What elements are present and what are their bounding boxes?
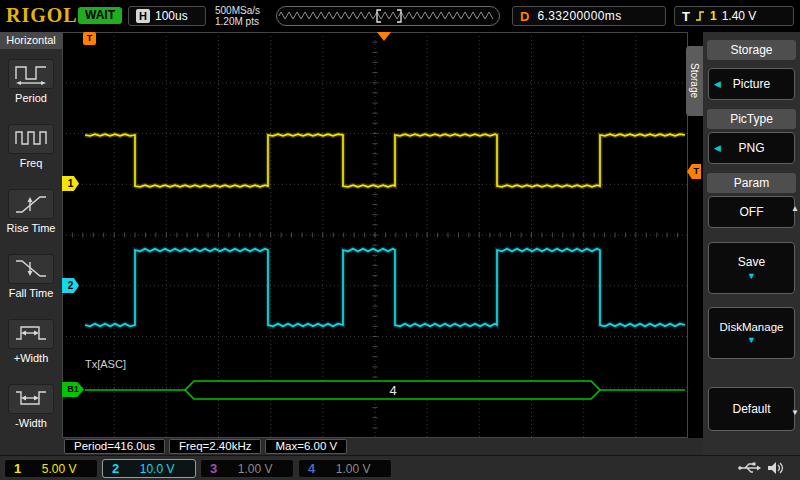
channel-scale: 10.0 V <box>128 462 186 476</box>
measure-item-minus-width[interactable]: -Width <box>0 374 62 439</box>
channel2-status[interactable]: 2 10.0 V <box>102 459 196 478</box>
measure-item-label: Period <box>15 92 47 104</box>
measure-item-freq[interactable]: Freq <box>0 114 62 179</box>
trigger-label: T <box>682 9 690 24</box>
delay-value: 6.33200000ms <box>537 9 621 23</box>
menu-button-label: Save <box>738 255 765 269</box>
measure-item-label: Fall Time <box>9 287 54 299</box>
waveform-display: 4Tx[ASC] <box>62 32 688 438</box>
menu-button-label: OFF <box>740 205 764 219</box>
minus-width-icon <box>8 384 54 414</box>
waveform-display-area: 4Tx[ASC] T 1 2 B1 <box>62 32 688 438</box>
measure-item-label: Rise Time <box>7 222 56 234</box>
channel-scale: 1.00 V <box>324 462 382 476</box>
acquisition-status-badge: WAIT <box>78 7 122 24</box>
preview-waveform-icon <box>277 7 499 25</box>
measure-item-rise-time[interactable]: Rise Time <box>0 179 62 244</box>
channel-number: 4 <box>308 461 315 476</box>
channel4-status[interactable]: 4 1.00 V <box>298 459 392 478</box>
menu-header-param: Param <box>707 173 796 193</box>
measure-item-plus-width[interactable]: +Width <box>0 309 62 374</box>
h-label: H <box>136 9 150 23</box>
waveform-position-preview[interactable] <box>276 6 500 26</box>
menu-button-label: DiskManage <box>720 321 784 333</box>
menu-tab-storage[interactable]: Storage <box>686 46 703 116</box>
sample-rate-info: 500MSa/s 1.20M pts <box>215 5 260 27</box>
sample-rate: 500MSa/s <box>215 5 260 16</box>
menu-button-label: PNG <box>738 141 764 155</box>
channel-status-bar: 1 5.00 V 2 10.0 V 3 1.00 V 4 1.00 V <box>0 455 800 480</box>
trigger-delay-group[interactable]: D 6.33200000ms <box>512 6 666 26</box>
trigger-info-group[interactable]: T 1 1.40 V <box>674 6 794 26</box>
memory-depth: 1.20M pts <box>215 16 260 27</box>
menu-button-off[interactable]: OFF <box>708 196 795 228</box>
channel1-status[interactable]: 1 5.00 V <box>4 459 98 478</box>
menu-button-label: Default <box>732 402 770 416</box>
measurement-max: Max=6.00 V <box>265 439 347 454</box>
left-arrow-icon: ◀ <box>714 79 721 89</box>
menu-header-pictype: PicType <box>707 109 796 129</box>
trigger-level-marker: T <box>687 164 701 179</box>
freq-icon <box>8 124 54 154</box>
delay-label: D <box>520 9 529 24</box>
trigger-delay-marker: T <box>83 32 96 45</box>
top-status-bar: RIGOL WAIT H 100us 500MSa/s 1.20M pts D … <box>0 0 800 32</box>
left-measure-menu: Horizontal Period Freq Rise Time <box>0 32 62 455</box>
bus-label: Tx[ASC] <box>85 358 126 370</box>
channel-number: 3 <box>210 461 217 476</box>
fall-time-icon <box>8 254 54 284</box>
measurement-readout-bar: Period=416.0us Freq=2.40kHz Max=6.00 V <box>0 438 703 455</box>
channel-scale: 5.00 V <box>30 462 88 476</box>
trigger-position-icon <box>377 32 391 41</box>
trace-ch1 <box>85 134 685 187</box>
left-arrow-icon: ◀ <box>714 143 721 153</box>
usb-icon <box>737 461 761 475</box>
measure-item-label: +Width <box>14 352 49 364</box>
menu-scroll-up-icon[interactable]: ▲ <box>791 204 799 213</box>
menu-button-picture[interactable]: ◀ Picture <box>708 68 795 100</box>
decode-value: 4 <box>389 383 396 398</box>
plus-width-icon <box>8 319 54 349</box>
menu-button-png[interactable]: ◀ PNG <box>708 132 795 164</box>
menu-button-save[interactable]: Save ▼ <box>708 242 795 294</box>
channel-number: 2 <box>112 461 119 476</box>
menu-button-diskmanage[interactable]: DiskManage ▼ <box>708 307 795 359</box>
trigger-level-value: 1.40 V <box>722 9 757 23</box>
channel-scale: 1.00 V <box>226 462 284 476</box>
rising-edge-icon <box>695 10 705 22</box>
measure-item-label: Freq <box>20 157 43 169</box>
measure-category-title[interactable]: Horizontal <box>0 32 62 49</box>
menu-button-label: Picture <box>733 77 770 91</box>
down-arrow-icon: ▼ <box>747 272 756 281</box>
beeper-icon <box>766 460 784 476</box>
period-icon <box>8 59 54 89</box>
rigol-logo: RIGOL <box>6 4 78 27</box>
storage-menu-panel: Storage ◀ Picture PicType ◀ PNG Param OF… <box>703 32 800 455</box>
rise-time-icon <box>8 189 54 219</box>
down-arrow-icon: ▼ <box>747 336 756 345</box>
menu-button-default[interactable]: Default <box>708 387 795 431</box>
measurement-freq: Freq=2.40kHz <box>169 439 262 454</box>
measurement-period: Period=416.0us <box>64 439 165 454</box>
channel3-status[interactable]: 3 1.00 V <box>200 459 294 478</box>
measure-item-fall-time[interactable]: Fall Time <box>0 244 62 309</box>
measure-item-period[interactable]: Period <box>0 49 62 114</box>
channel-number: 1 <box>14 461 21 476</box>
trace-ch2 <box>85 249 685 327</box>
h-scale-value: 100us <box>155 9 188 23</box>
trigger-source: 1 <box>710 9 717 23</box>
menu-header-storage: Storage <box>707 40 796 60</box>
menu-scroll-down-icon[interactable]: ▼ <box>791 408 799 417</box>
measure-item-label: -Width <box>15 417 47 429</box>
horizontal-scale-group[interactable]: H 100us <box>128 6 206 26</box>
